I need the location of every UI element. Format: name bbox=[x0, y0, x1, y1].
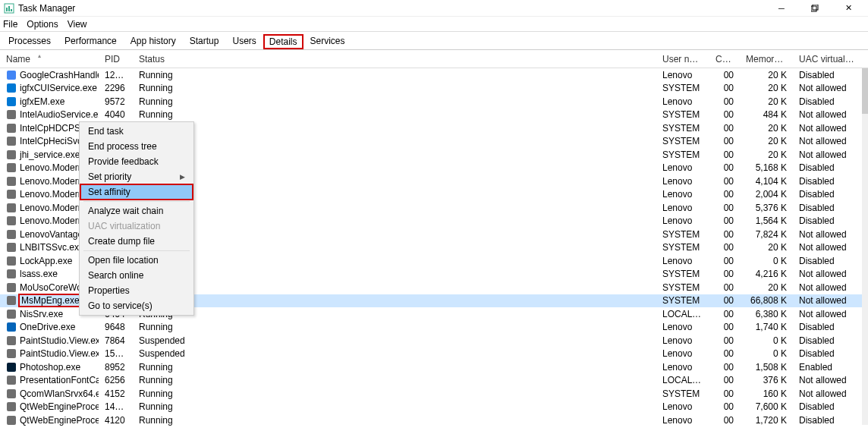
scrollbar-thumb[interactable] bbox=[862, 68, 868, 114]
tab-performance[interactable]: Performance bbox=[58, 33, 124, 49]
table-row[interactable]: PaintStudio.View.exe15864SuspendedLenovo… bbox=[0, 348, 868, 361]
menu-file[interactable]: File bbox=[3, 19, 17, 30]
cell-memory: 2,004 K bbox=[740, 189, 793, 200]
table-row[interactable]: igfxCUIService.exe2296RunningSYSTEM0020 … bbox=[0, 82, 868, 96]
col-header-status[interactable]: Status bbox=[133, 54, 656, 64]
context-menu-item[interactable]: Create dump file bbox=[80, 234, 193, 249]
process-icon bbox=[6, 309, 17, 319]
process-icon bbox=[6, 295, 17, 306]
vertical-scrollbar[interactable] bbox=[862, 68, 868, 425]
cell-cpu: 00 bbox=[709, 335, 740, 346]
cell-pid: 4120 bbox=[99, 415, 133, 426]
process-name: NisSrv.exe bbox=[20, 309, 63, 319]
cell-status: Suspended bbox=[133, 348, 656, 359]
process-icon bbox=[6, 83, 17, 93]
svg-rect-16 bbox=[7, 203, 16, 212]
svg-rect-24 bbox=[7, 310, 16, 319]
cell-memory: 20 K bbox=[740, 123, 793, 134]
table-row[interactable]: QtWebEngineProcess...14816RunningLenovo0… bbox=[0, 401, 868, 414]
process-icon bbox=[6, 70, 17, 80]
cell-memory: 20 K bbox=[740, 242, 793, 253]
cell-name: GoogleCrashHandler... bbox=[0, 70, 99, 80]
table-row[interactable]: GoogleCrashHandler...12416RunningLenovo0… bbox=[0, 68, 868, 82]
col-header-pid[interactable]: PID bbox=[99, 54, 133, 64]
col-header-user[interactable]: User name bbox=[656, 54, 709, 64]
cell-cpu: 00 bbox=[709, 401, 740, 412]
svg-rect-7 bbox=[7, 83, 16, 93]
svg-rect-3 bbox=[11, 9, 12, 11]
context-menu-label: End process tree bbox=[88, 141, 157, 152]
maximize-button[interactable] bbox=[798, 0, 832, 17]
cell-uac: Disabled bbox=[793, 401, 861, 412]
tab-startup[interactable]: Startup bbox=[183, 33, 226, 49]
svg-rect-6 bbox=[7, 71, 16, 80]
close-button[interactable]: ✕ bbox=[832, 0, 865, 17]
tab-users[interactable]: Users bbox=[225, 33, 263, 49]
process-name: QtWebEngineProcess... bbox=[20, 415, 99, 426]
process-icon bbox=[6, 123, 17, 134]
context-menu-separator bbox=[83, 201, 190, 202]
context-menu-label: Go to service(s) bbox=[88, 300, 153, 311]
context-menu-item[interactable]: Analyze wait chain bbox=[80, 203, 193, 219]
col-header-memory[interactable]: Memory (ac... bbox=[740, 54, 793, 64]
tab-processes[interactable]: Processes bbox=[2, 33, 58, 49]
context-menu-item[interactable]: End process tree bbox=[80, 139, 193, 154]
table-row[interactable]: QtWebEngineProcess...4120RunningLenovo00… bbox=[0, 414, 868, 427]
process-icon bbox=[6, 388, 17, 399]
context-menu-item[interactable]: Provide feedback bbox=[80, 154, 193, 169]
cell-memory: 0 K bbox=[740, 256, 793, 266]
cell-status: Running bbox=[133, 70, 656, 80]
col-header-name[interactable]: Name bbox=[0, 54, 99, 64]
context-menu-item[interactable]: Properties bbox=[80, 283, 193, 298]
context-menu-item[interactable]: End task bbox=[80, 124, 193, 139]
context-menu-item[interactable]: Set priority▶ bbox=[80, 169, 193, 184]
svg-rect-22 bbox=[7, 283, 16, 292]
svg-rect-30 bbox=[7, 389, 16, 398]
cell-name: PaintStudio.View.exe bbox=[0, 335, 99, 346]
process-name: MsMpEng.exe bbox=[18, 294, 83, 307]
svg-rect-9 bbox=[7, 110, 16, 119]
cell-memory: 5,376 K bbox=[740, 203, 793, 213]
col-header-cpu[interactable]: CPU bbox=[709, 54, 740, 64]
tab-details[interactable]: Details bbox=[263, 34, 303, 49]
process-icon bbox=[6, 335, 17, 346]
tab-app-history[interactable]: App history bbox=[124, 33, 183, 49]
table-row[interactable]: Photoshop.exe8952RunningLenovo001,508 KE… bbox=[0, 360, 868, 374]
cell-user: SYSTEM bbox=[656, 109, 709, 120]
svg-rect-19 bbox=[7, 243, 16, 252]
context-menu-item[interactable]: Set affinity bbox=[80, 184, 193, 200]
process-icon bbox=[6, 136, 17, 146]
cell-user: Lenovo bbox=[656, 189, 709, 200]
tab-strip: Processes Performance App history Startu… bbox=[0, 32, 868, 50]
context-menu-item[interactable]: Go to service(s) bbox=[80, 298, 193, 313]
menu-view[interactable]: View bbox=[68, 19, 87, 30]
cell-cpu: 00 bbox=[709, 136, 740, 146]
cell-user: Lenovo bbox=[656, 96, 709, 107]
process-icon bbox=[6, 362, 17, 373]
table-row[interactable]: PaintStudio.View.exe7864SuspendedLenovo0… bbox=[0, 334, 868, 348]
process-name: IntelAudioService.exe bbox=[20, 109, 99, 120]
context-menu-label: End task bbox=[88, 126, 124, 137]
table-row[interactable]: QcomWlanSrvx64.exe4152RunningSYSTEM00160… bbox=[0, 387, 868, 401]
process-name: PresentationFontCac... bbox=[20, 375, 99, 385]
context-menu-item[interactable]: Open file location bbox=[80, 253, 193, 268]
menu-options[interactable]: Options bbox=[27, 19, 58, 30]
cell-uac: Not allowed bbox=[793, 123, 861, 134]
context-menu-item[interactable]: Search online bbox=[80, 268, 193, 283]
table-row[interactable]: IntelAudioService.exe4040RunningSYSTEM00… bbox=[0, 108, 868, 122]
context-menu-label: Search online bbox=[88, 270, 143, 281]
table-row[interactable]: OneDrive.exe9648RunningLenovo001,740 KDi… bbox=[0, 321, 868, 335]
svg-rect-11 bbox=[7, 137, 16, 146]
table-row[interactable]: PresentationFontCac...6256RunningLOCAL S… bbox=[0, 374, 868, 388]
cell-uac: Disabled bbox=[793, 348, 861, 359]
col-header-uac[interactable]: UAC virtualizati... bbox=[793, 54, 861, 64]
cell-memory: 66,808 K bbox=[740, 295, 793, 306]
table-row[interactable]: igfxEM.exe9572RunningLenovo0020 KDisable… bbox=[0, 95, 868, 108]
svg-rect-12 bbox=[7, 150, 16, 159]
cell-cpu: 00 bbox=[709, 375, 740, 385]
cell-user: SYSTEM bbox=[656, 123, 709, 134]
minimize-button[interactable]: ─ bbox=[765, 0, 798, 17]
cell-cpu: 00 bbox=[709, 70, 740, 80]
tab-services[interactable]: Services bbox=[303, 33, 352, 49]
context-menu-label: Create dump file bbox=[88, 236, 155, 247]
